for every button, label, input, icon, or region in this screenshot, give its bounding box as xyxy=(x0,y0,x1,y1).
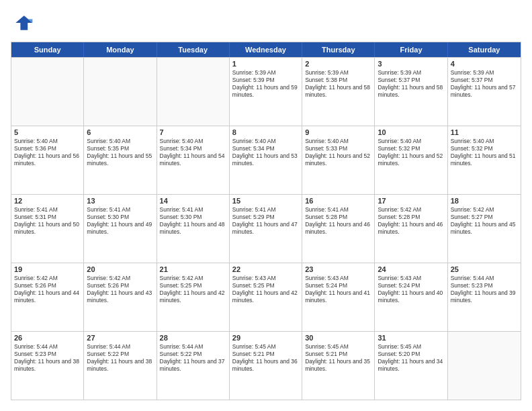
day-number: 10 xyxy=(378,128,444,136)
day-number: 5 xyxy=(14,128,81,136)
cell-info: Sunrise: 5:42 AM Sunset: 5:28 PM Dayligh… xyxy=(378,206,444,236)
day-number: 29 xyxy=(232,334,299,342)
cell-info: Sunrise: 5:45 AM Sunset: 5:21 PM Dayligh… xyxy=(305,343,371,373)
day-number: 31 xyxy=(378,334,444,342)
calendar-header-row: SundayMondayTuesdayWednesdayThursdayFrid… xyxy=(11,42,521,57)
day-number: 6 xyxy=(87,128,153,136)
calendar-cell xyxy=(84,58,157,126)
cell-info: Sunrise: 5:40 AM Sunset: 5:34 PM Dayligh… xyxy=(232,138,299,167)
day-number: 25 xyxy=(451,265,518,273)
calendar: SundayMondayTuesdayWednesdayThursdayFrid… xyxy=(11,42,521,400)
calendar-cell: 27Sunrise: 5:44 AM Sunset: 5:22 PM Dayli… xyxy=(84,332,157,400)
day-number: 21 xyxy=(160,265,226,273)
cell-info: Sunrise: 5:41 AM Sunset: 5:30 PM Dayligh… xyxy=(87,206,153,236)
day-number: 13 xyxy=(87,197,153,205)
day-number: 26 xyxy=(14,334,81,342)
cell-info: Sunrise: 5:45 AM Sunset: 5:21 PM Dayligh… xyxy=(232,343,299,373)
logo xyxy=(11,11,38,35)
day-number: 14 xyxy=(160,197,226,205)
day-number: 22 xyxy=(232,265,299,273)
day-number: 20 xyxy=(87,265,153,273)
calendar-cell: 16Sunrise: 5:41 AM Sunset: 5:28 PM Dayli… xyxy=(302,195,375,263)
cell-info: Sunrise: 5:39 AM Sunset: 5:38 PM Dayligh… xyxy=(305,69,371,99)
cell-info: Sunrise: 5:41 AM Sunset: 5:30 PM Dayligh… xyxy=(160,206,226,236)
day-number: 24 xyxy=(378,265,444,273)
cell-info: Sunrise: 5:43 AM Sunset: 5:24 PM Dayligh… xyxy=(378,275,444,304)
calendar-cell: 1Sunrise: 5:39 AM Sunset: 5:39 PM Daylig… xyxy=(230,58,302,126)
day-number: 17 xyxy=(378,197,444,205)
cell-info: Sunrise: 5:41 AM Sunset: 5:31 PM Dayligh… xyxy=(14,206,81,236)
day-number: 27 xyxy=(87,334,153,342)
cell-info: Sunrise: 5:40 AM Sunset: 5:32 PM Dayligh… xyxy=(378,138,444,167)
weekday-header: Thursday xyxy=(302,42,375,57)
weekday-header: Tuesday xyxy=(157,42,230,57)
calendar-cell: 11Sunrise: 5:40 AM Sunset: 5:32 PM Dayli… xyxy=(448,126,521,194)
calendar-cell: 31Sunrise: 5:45 AM Sunset: 5:20 PM Dayli… xyxy=(375,332,447,400)
svg-marker-0 xyxy=(15,15,32,30)
calendar-cell: 26Sunrise: 5:44 AM Sunset: 5:23 PM Dayli… xyxy=(11,332,84,400)
day-number: 11 xyxy=(451,128,518,136)
calendar-cell: 7Sunrise: 5:40 AM Sunset: 5:34 PM Daylig… xyxy=(157,126,230,194)
calendar-cell: 6Sunrise: 5:40 AM Sunset: 5:35 PM Daylig… xyxy=(84,126,157,194)
calendar-cell: 18Sunrise: 5:42 AM Sunset: 5:27 PM Dayli… xyxy=(448,195,521,263)
day-number: 8 xyxy=(232,128,299,136)
cell-info: Sunrise: 5:44 AM Sunset: 5:23 PM Dayligh… xyxy=(451,275,518,304)
calendar-body: 1Sunrise: 5:39 AM Sunset: 5:39 PM Daylig… xyxy=(11,57,521,400)
cell-info: Sunrise: 5:39 AM Sunset: 5:37 PM Dayligh… xyxy=(451,69,518,99)
calendar-row: 1Sunrise: 5:39 AM Sunset: 5:39 PM Daylig… xyxy=(11,57,521,126)
weekday-header: Wednesday xyxy=(230,42,302,57)
calendar-cell: 19Sunrise: 5:42 AM Sunset: 5:26 PM Dayli… xyxy=(11,263,84,331)
cell-info: Sunrise: 5:42 AM Sunset: 5:26 PM Dayligh… xyxy=(87,275,153,304)
calendar-cell xyxy=(448,332,521,400)
cell-info: Sunrise: 5:43 AM Sunset: 5:24 PM Dayligh… xyxy=(305,275,371,304)
calendar-cell: 5Sunrise: 5:40 AM Sunset: 5:36 PM Daylig… xyxy=(11,126,84,194)
cell-info: Sunrise: 5:44 AM Sunset: 5:22 PM Dayligh… xyxy=(87,343,153,373)
calendar-cell: 15Sunrise: 5:41 AM Sunset: 5:29 PM Dayli… xyxy=(230,195,302,263)
calendar-cell: 14Sunrise: 5:41 AM Sunset: 5:30 PM Dayli… xyxy=(157,195,230,263)
day-number: 12 xyxy=(14,197,81,205)
calendar-row: 26Sunrise: 5:44 AM Sunset: 5:23 PM Dayli… xyxy=(11,331,521,400)
cell-info: Sunrise: 5:40 AM Sunset: 5:34 PM Dayligh… xyxy=(160,138,226,167)
cell-info: Sunrise: 5:42 AM Sunset: 5:25 PM Dayligh… xyxy=(160,275,226,304)
cell-info: Sunrise: 5:43 AM Sunset: 5:25 PM Dayligh… xyxy=(232,275,299,304)
calendar-cell: 4Sunrise: 5:39 AM Sunset: 5:37 PM Daylig… xyxy=(448,58,521,126)
calendar-cell: 22Sunrise: 5:43 AM Sunset: 5:25 PM Dayli… xyxy=(230,263,302,331)
cell-info: Sunrise: 5:39 AM Sunset: 5:39 PM Dayligh… xyxy=(232,69,299,99)
calendar-cell xyxy=(157,58,230,126)
day-number: 3 xyxy=(378,60,444,68)
cell-info: Sunrise: 5:44 AM Sunset: 5:23 PM Dayligh… xyxy=(14,343,81,373)
page: SundayMondayTuesdayWednesdayThursdayFrid… xyxy=(0,0,532,411)
cell-info: Sunrise: 5:42 AM Sunset: 5:27 PM Dayligh… xyxy=(451,206,518,236)
calendar-cell: 28Sunrise: 5:44 AM Sunset: 5:22 PM Dayli… xyxy=(157,332,230,400)
calendar-cell: 12Sunrise: 5:41 AM Sunset: 5:31 PM Dayli… xyxy=(11,195,84,263)
weekday-header: Sunday xyxy=(11,42,84,57)
cell-info: Sunrise: 5:44 AM Sunset: 5:22 PM Dayligh… xyxy=(160,343,226,373)
weekday-header: Monday xyxy=(84,42,157,57)
calendar-cell xyxy=(11,58,84,126)
cell-info: Sunrise: 5:45 AM Sunset: 5:20 PM Dayligh… xyxy=(378,343,444,373)
calendar-cell: 9Sunrise: 5:40 AM Sunset: 5:33 PM Daylig… xyxy=(302,126,375,194)
day-number: 1 xyxy=(232,60,299,68)
cell-info: Sunrise: 5:40 AM Sunset: 5:32 PM Dayligh… xyxy=(451,138,518,167)
calendar-cell: 2Sunrise: 5:39 AM Sunset: 5:38 PM Daylig… xyxy=(302,58,375,126)
calendar-cell: 10Sunrise: 5:40 AM Sunset: 5:32 PM Dayli… xyxy=(375,126,447,194)
cell-info: Sunrise: 5:40 AM Sunset: 5:36 PM Dayligh… xyxy=(14,138,81,167)
calendar-cell: 17Sunrise: 5:42 AM Sunset: 5:28 PM Dayli… xyxy=(375,195,447,263)
calendar-cell: 13Sunrise: 5:41 AM Sunset: 5:30 PM Dayli… xyxy=(84,195,157,263)
cell-info: Sunrise: 5:42 AM Sunset: 5:26 PM Dayligh… xyxy=(14,275,81,304)
logo-icon xyxy=(11,11,35,35)
cell-info: Sunrise: 5:40 AM Sunset: 5:33 PM Dayligh… xyxy=(305,138,371,167)
calendar-cell: 8Sunrise: 5:40 AM Sunset: 5:34 PM Daylig… xyxy=(230,126,302,194)
weekday-header: Friday xyxy=(375,42,447,57)
day-number: 2 xyxy=(305,60,371,68)
day-number: 15 xyxy=(232,197,299,205)
header xyxy=(11,11,521,35)
calendar-cell: 24Sunrise: 5:43 AM Sunset: 5:24 PM Dayli… xyxy=(375,263,447,331)
day-number: 16 xyxy=(305,197,371,205)
calendar-row: 12Sunrise: 5:41 AM Sunset: 5:31 PM Dayli… xyxy=(11,194,521,263)
calendar-cell: 29Sunrise: 5:45 AM Sunset: 5:21 PM Dayli… xyxy=(230,332,302,400)
cell-info: Sunrise: 5:41 AM Sunset: 5:29 PM Dayligh… xyxy=(232,206,299,236)
calendar-cell: 25Sunrise: 5:44 AM Sunset: 5:23 PM Dayli… xyxy=(448,263,521,331)
day-number: 30 xyxy=(305,334,371,342)
calendar-row: 5Sunrise: 5:40 AM Sunset: 5:36 PM Daylig… xyxy=(11,126,521,194)
